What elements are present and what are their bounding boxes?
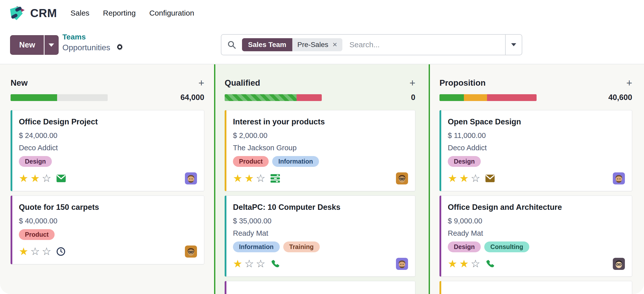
opportunity-card[interactable]: Interest in your products $ 2,000.00 The… — [225, 110, 415, 191]
card-title: Quote for 150 carpets — [19, 203, 197, 212]
progressbar-segment[interactable] — [225, 94, 297, 101]
card-expected-revenue: $ 9,000.00 — [448, 217, 625, 225]
column-title: Proposition — [439, 78, 486, 88]
card-expected-revenue: $ 35,000.00 — [233, 217, 408, 225]
menu-configuration[interactable]: Configuration — [149, 9, 194, 17]
tag-design: Design — [448, 156, 481, 167]
priority-stars[interactable]: ★★☆ — [19, 173, 51, 184]
phone-activity-icon[interactable] — [485, 259, 494, 268]
card-title: DeltaPC: 10 Computer Desks — [233, 203, 408, 212]
card-title: Open Space Design — [448, 117, 625, 126]
opportunity-card[interactable]: Office Design and Architecture $ 9,000.0… — [439, 195, 632, 277]
opportunity-card-partial[interactable] — [225, 281, 415, 294]
progressbar-segment[interactable] — [487, 94, 537, 101]
star-empty-icon[interactable]: ☆ — [42, 246, 51, 257]
star-empty-icon[interactable]: ☆ — [471, 259, 480, 269]
tag-training: Training — [283, 241, 320, 252]
star-empty-icon[interactable]: ☆ — [471, 173, 480, 184]
opportunity-card[interactable]: Office Design Project $ 24,000.00 Deco A… — [11, 110, 204, 191]
star-filled-icon[interactable]: ★ — [233, 173, 243, 184]
menu-sales[interactable]: Sales — [70, 9, 89, 17]
card-tags: Product — [19, 229, 197, 240]
priority-stars[interactable]: ★★☆ — [448, 173, 480, 184]
star-filled-icon[interactable]: ★ — [245, 173, 254, 184]
phone-activity-icon[interactable] — [270, 259, 279, 268]
kanban-column-proposition: Proposition + 40,600 Open Space Design $… — [439, 64, 632, 294]
avatar[interactable] — [185, 246, 197, 258]
priority-stars[interactable]: ★☆☆ — [19, 246, 51, 257]
search-icon — [227, 40, 236, 49]
opportunity-card[interactable]: Open Space Design $ 11,000.00 Deco Addic… — [439, 110, 632, 191]
progressbar-segment[interactable] — [464, 94, 487, 101]
priority-stars[interactable]: ★★☆ — [448, 259, 480, 269]
gear-icon[interactable] — [115, 43, 124, 52]
star-filled-icon[interactable]: ★ — [30, 173, 40, 184]
star-filled-icon[interactable]: ★ — [448, 259, 457, 269]
card-partner: Deco Addict — [448, 144, 625, 152]
progressbar-segment[interactable] — [11, 94, 57, 101]
facet-value-text: Pre-Sales — [297, 41, 328, 49]
star-filled-icon[interactable]: ★ — [459, 173, 469, 184]
star-filled-icon[interactable]: ★ — [448, 173, 457, 184]
card-tags: Design — [19, 156, 197, 167]
tasks-activity-icon[interactable] — [270, 174, 280, 183]
star-empty-icon[interactable]: ☆ — [30, 246, 40, 257]
breadcrumb: Teams Opportunities — [62, 33, 124, 52]
star-empty-icon[interactable]: ☆ — [256, 259, 265, 269]
add-record-icon[interactable]: + — [410, 78, 415, 88]
opportunity-card-partial[interactable] — [439, 281, 632, 294]
card-partner: Ready Mat — [448, 229, 625, 237]
card-list: Office Design Project $ 24,000.00 Deco A… — [11, 110, 204, 264]
breadcrumb-teams-link[interactable]: Teams — [62, 33, 86, 41]
add-record-icon[interactable]: + — [198, 78, 204, 88]
star-empty-icon[interactable]: ☆ — [42, 173, 51, 184]
envelope-activity-icon[interactable] — [485, 174, 495, 182]
card-expected-revenue: $ 24,000.00 — [19, 131, 197, 140]
tag-product: Product — [19, 229, 55, 240]
star-filled-icon[interactable]: ★ — [233, 259, 243, 269]
star-empty-icon[interactable]: ☆ — [256, 173, 265, 184]
crm-app-icon[interactable] — [9, 6, 25, 21]
envelope-activity-icon[interactable] — [56, 174, 66, 182]
avatar[interactable] — [613, 172, 625, 184]
new-dropdown-button[interactable] — [45, 35, 59, 55]
avatar[interactable] — [185, 172, 197, 184]
card-tags: DesignConsulting — [448, 241, 625, 252]
control-panel: New Teams Opportunities Sales Team — [0, 26, 644, 64]
column-total: 0 — [411, 93, 415, 102]
progressbar-segment[interactable] — [57, 94, 108, 101]
avatar[interactable] — [613, 258, 625, 270]
star-empty-icon[interactable]: ☆ — [245, 259, 254, 269]
progressbar-segment[interactable] — [297, 94, 322, 101]
card-expected-revenue: $ 11,000.00 — [448, 131, 625, 140]
card-partner: Ready Mat — [233, 229, 408, 237]
progressbar-segment[interactable] — [439, 94, 464, 101]
main-menu: Sales Reporting Configuration — [70, 9, 194, 17]
card-list: Open Space Design $ 11,000.00 Deco Addic… — [439, 110, 632, 294]
clock-activity-icon[interactable] — [56, 247, 65, 256]
tag-design: Design — [448, 241, 481, 252]
avatar[interactable] — [396, 172, 408, 184]
kanban-column-new: New + 64,000 Office Design Project $ 24,… — [11, 64, 204, 294]
priority-stars[interactable]: ★☆☆ — [233, 259, 265, 269]
column-title: New — [11, 78, 28, 88]
menu-reporting[interactable]: Reporting — [103, 9, 136, 17]
opportunity-card[interactable]: DeltaPC: 10 Computer Desks $ 35,000.00 R… — [225, 195, 415, 277]
search-options-toggle[interactable] — [505, 35, 522, 55]
tag-information: Information — [272, 156, 319, 167]
opportunity-card[interactable]: Quote for 150 carpets $ 40,000.00 Produc… — [11, 195, 204, 264]
facet-value: Pre-Sales ✕ — [292, 38, 342, 51]
add-record-icon[interactable]: + — [626, 78, 632, 88]
remove-facet-icon[interactable]: ✕ — [332, 41, 337, 48]
star-filled-icon[interactable]: ★ — [19, 246, 28, 257]
star-filled-icon[interactable]: ★ — [459, 259, 469, 269]
card-tags: ProductInformation — [233, 156, 408, 167]
search-input[interactable] — [349, 40, 505, 49]
priority-stars[interactable]: ★★☆ — [233, 173, 265, 184]
tag-information: Information — [233, 241, 280, 252]
new-button[interactable]: New — [10, 35, 44, 55]
breadcrumb-current: Opportunities — [62, 43, 110, 52]
avatar[interactable] — [396, 258, 408, 270]
column-progressbar — [11, 94, 108, 101]
star-filled-icon[interactable]: ★ — [19, 173, 28, 184]
